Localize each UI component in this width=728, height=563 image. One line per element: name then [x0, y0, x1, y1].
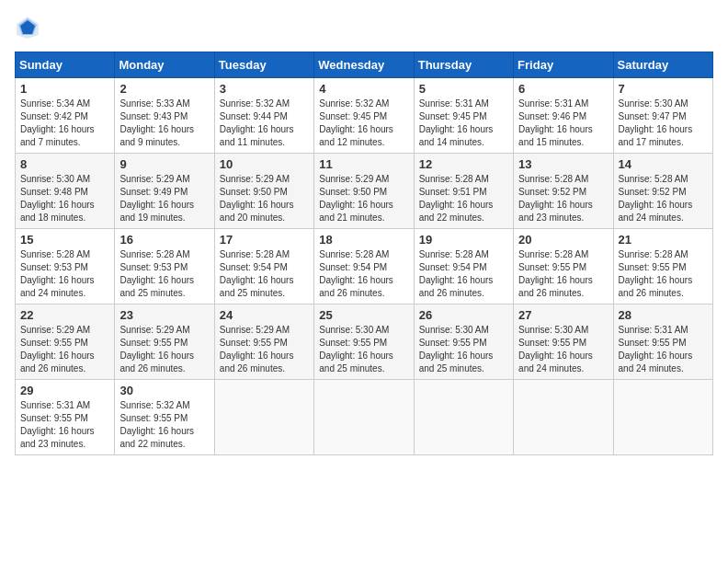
calendar-table: SundayMondayTuesdayWednesdayThursdayFrid… — [15, 52, 713, 455]
calendar-day-cell: 30Sunrise: 5:32 AMSunset: 9:55 PMDayligh… — [115, 380, 214, 455]
calendar-week-row: 15Sunrise: 5:28 AMSunset: 9:53 PMDayligh… — [16, 229, 713, 304]
day-number: 28 — [619, 308, 708, 322]
calendar-day-cell: 22Sunrise: 5:29 AMSunset: 9:55 PMDayligh… — [16, 304, 115, 380]
day-info: Sunrise: 5:29 AMSunset: 9:50 PMDaylight:… — [319, 173, 408, 224]
weekday-header: Wednesday — [314, 52, 414, 78]
day-info: Sunrise: 5:28 AMSunset: 9:54 PMDaylight:… — [319, 248, 408, 300]
logo — [15, 15, 44, 40]
day-info: Sunrise: 5:28 AMSunset: 9:54 PMDaylight:… — [220, 248, 309, 300]
calendar-day-cell: 2Sunrise: 5:33 AMSunset: 9:43 PMDaylight… — [115, 78, 214, 154]
day-info: Sunrise: 5:34 AMSunset: 9:42 PMDaylight:… — [20, 98, 109, 149]
calendar-day-cell: 1Sunrise: 5:34 AMSunset: 9:42 PMDaylight… — [16, 78, 115, 154]
day-number: 18 — [319, 233, 408, 247]
day-number: 14 — [619, 157, 708, 171]
calendar-day-cell: 17Sunrise: 5:28 AMSunset: 9:54 PMDayligh… — [214, 229, 313, 304]
weekday-header: Tuesday — [214, 52, 313, 78]
day-number: 19 — [419, 233, 508, 247]
calendar-day-cell: 27Sunrise: 5:30 AMSunset: 9:55 PMDayligh… — [514, 304, 613, 380]
calendar-header-row: SundayMondayTuesdayWednesdayThursdayFrid… — [16, 52, 713, 78]
weekday-header: Sunday — [16, 52, 115, 78]
calendar-day-cell: 6Sunrise: 5:31 AMSunset: 9:46 PMDaylight… — [514, 78, 613, 154]
day-number: 5 — [419, 82, 508, 96]
calendar-day-cell — [514, 380, 613, 455]
day-info: Sunrise: 5:33 AMSunset: 9:43 PMDaylight:… — [119, 98, 209, 149]
day-number: 29 — [20, 384, 109, 397]
day-info: Sunrise: 5:28 AMSunset: 9:52 PMDaylight:… — [619, 173, 708, 224]
day-info: Sunrise: 5:31 AMSunset: 9:46 PMDaylight:… — [518, 98, 608, 149]
day-info: Sunrise: 5:30 AMSunset: 9:55 PMDaylight:… — [518, 324, 608, 375]
day-number: 22 — [20, 308, 109, 322]
day-info: Sunrise: 5:28 AMSunset: 9:51 PMDaylight:… — [419, 173, 508, 224]
calendar-day-cell — [414, 380, 513, 455]
calendar-day-cell: 13Sunrise: 5:28 AMSunset: 9:52 PMDayligh… — [514, 154, 613, 229]
calendar-day-cell: 5Sunrise: 5:31 AMSunset: 9:45 PMDaylight… — [414, 78, 513, 154]
calendar-day-cell: 9Sunrise: 5:29 AMSunset: 9:49 PMDaylight… — [115, 154, 214, 229]
day-number: 15 — [20, 233, 109, 247]
weekday-header: Friday — [514, 52, 613, 78]
day-number: 17 — [220, 233, 309, 247]
day-info: Sunrise: 5:30 AMSunset: 9:47 PMDaylight:… — [619, 98, 708, 149]
calendar-day-cell: 19Sunrise: 5:28 AMSunset: 9:54 PMDayligh… — [414, 229, 513, 304]
day-number: 10 — [220, 157, 309, 171]
day-info: Sunrise: 5:28 AMSunset: 9:53 PMDaylight:… — [20, 248, 109, 300]
day-number: 20 — [518, 233, 608, 247]
day-number: 26 — [419, 308, 508, 322]
day-number: 2 — [119, 82, 209, 96]
day-info: Sunrise: 5:32 AMSunset: 9:44 PMDaylight:… — [220, 98, 309, 149]
calendar-day-cell — [314, 380, 414, 455]
calendar-day-cell: 26Sunrise: 5:30 AMSunset: 9:55 PMDayligh… — [414, 304, 513, 380]
calendar-week-row: 22Sunrise: 5:29 AMSunset: 9:55 PMDayligh… — [16, 304, 713, 380]
day-info: Sunrise: 5:28 AMSunset: 9:55 PMDaylight:… — [619, 248, 708, 300]
day-number: 23 — [119, 308, 209, 322]
calendar-day-cell — [214, 380, 313, 455]
day-number: 27 — [518, 308, 608, 322]
calendar-week-row: 1Sunrise: 5:34 AMSunset: 9:42 PMDaylight… — [16, 78, 713, 154]
calendar-day-cell: 8Sunrise: 5:30 AMSunset: 9:48 PMDaylight… — [16, 154, 115, 229]
day-number: 4 — [319, 82, 408, 96]
calendar-day-cell: 14Sunrise: 5:28 AMSunset: 9:52 PMDayligh… — [613, 154, 712, 229]
calendar-day-cell: 16Sunrise: 5:28 AMSunset: 9:53 PMDayligh… — [115, 229, 214, 304]
calendar-day-cell: 21Sunrise: 5:28 AMSunset: 9:55 PMDayligh… — [613, 229, 712, 304]
day-number: 24 — [220, 308, 309, 322]
calendar-day-cell: 20Sunrise: 5:28 AMSunset: 9:55 PMDayligh… — [514, 229, 613, 304]
day-info: Sunrise: 5:32 AMSunset: 9:55 PMDaylight:… — [119, 399, 209, 451]
day-info: Sunrise: 5:29 AMSunset: 9:49 PMDaylight:… — [119, 173, 209, 224]
calendar-day-cell: 12Sunrise: 5:28 AMSunset: 9:51 PMDayligh… — [414, 154, 513, 229]
day-number: 12 — [419, 157, 508, 171]
calendar-day-cell: 18Sunrise: 5:28 AMSunset: 9:54 PMDayligh… — [314, 229, 414, 304]
day-number: 30 — [119, 384, 209, 397]
weekday-header: Saturday — [613, 52, 712, 78]
day-info: Sunrise: 5:28 AMSunset: 9:54 PMDaylight:… — [419, 248, 508, 300]
logo-icon — [15, 15, 40, 40]
day-info: Sunrise: 5:31 AMSunset: 9:45 PMDaylight:… — [419, 98, 508, 149]
calendar-day-cell: 24Sunrise: 5:29 AMSunset: 9:55 PMDayligh… — [214, 304, 313, 380]
calendar-day-cell: 4Sunrise: 5:32 AMSunset: 9:45 PMDaylight… — [314, 78, 414, 154]
day-info: Sunrise: 5:30 AMSunset: 9:48 PMDaylight:… — [20, 173, 109, 224]
calendar-day-cell — [613, 380, 712, 455]
calendar-day-cell: 3Sunrise: 5:32 AMSunset: 9:44 PMDaylight… — [214, 78, 313, 154]
day-number: 13 — [518, 157, 608, 171]
day-info: Sunrise: 5:29 AMSunset: 9:50 PMDaylight:… — [220, 173, 309, 224]
calendar-day-cell: 29Sunrise: 5:31 AMSunset: 9:55 PMDayligh… — [16, 380, 115, 455]
calendar-week-row: 8Sunrise: 5:30 AMSunset: 9:48 PMDaylight… — [16, 154, 713, 229]
calendar-day-cell: 15Sunrise: 5:28 AMSunset: 9:53 PMDayligh… — [16, 229, 115, 304]
day-info: Sunrise: 5:28 AMSunset: 9:52 PMDaylight:… — [518, 173, 608, 224]
calendar-day-cell: 7Sunrise: 5:30 AMSunset: 9:47 PMDaylight… — [613, 78, 712, 154]
day-info: Sunrise: 5:30 AMSunset: 9:55 PMDaylight:… — [319, 324, 408, 375]
day-number: 1 — [20, 82, 109, 96]
day-number: 25 — [319, 308, 408, 322]
day-number: 8 — [20, 157, 109, 171]
day-info: Sunrise: 5:29 AMSunset: 9:55 PMDaylight:… — [20, 324, 109, 375]
day-info: Sunrise: 5:29 AMSunset: 9:55 PMDaylight:… — [119, 324, 209, 375]
day-info: Sunrise: 5:29 AMSunset: 9:55 PMDaylight:… — [220, 324, 309, 375]
day-info: Sunrise: 5:31 AMSunset: 9:55 PMDaylight:… — [20, 399, 109, 451]
day-number: 11 — [319, 157, 408, 171]
day-info: Sunrise: 5:32 AMSunset: 9:45 PMDaylight:… — [319, 98, 408, 149]
calendar-day-cell: 11Sunrise: 5:29 AMSunset: 9:50 PMDayligh… — [314, 154, 414, 229]
calendar-day-cell: 25Sunrise: 5:30 AMSunset: 9:55 PMDayligh… — [314, 304, 414, 380]
day-info: Sunrise: 5:30 AMSunset: 9:55 PMDaylight:… — [419, 324, 508, 375]
day-number: 16 — [119, 233, 209, 247]
day-number: 21 — [619, 233, 708, 247]
weekday-header: Monday — [115, 52, 214, 78]
calendar-day-cell: 23Sunrise: 5:29 AMSunset: 9:55 PMDayligh… — [115, 304, 214, 380]
